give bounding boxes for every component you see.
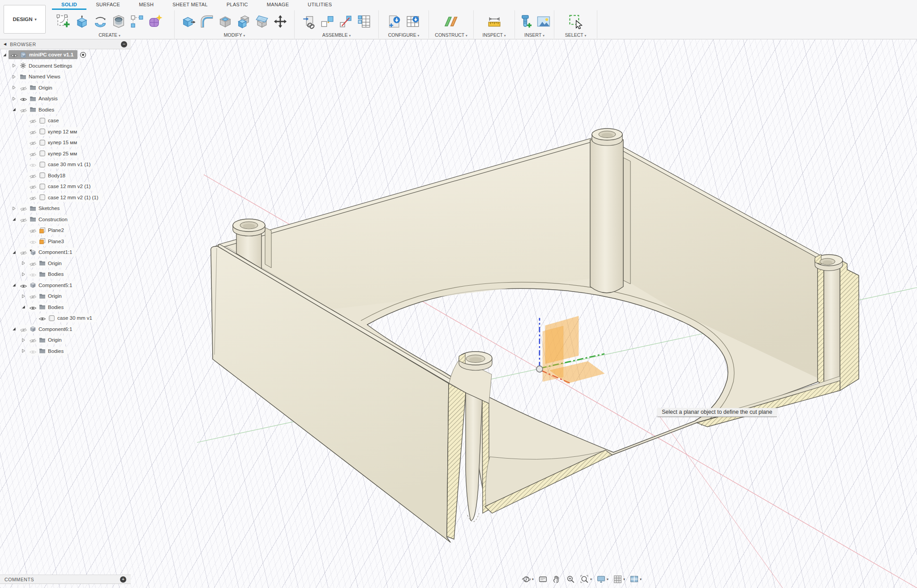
new-component-icon[interactable] xyxy=(300,13,317,30)
visibility-eye-icon-off[interactable] xyxy=(29,140,37,145)
configure-icon[interactable] xyxy=(386,13,403,30)
tab-utilities[interactable]: UTILITIES xyxy=(298,0,341,10)
insert-fastener-icon[interactable] xyxy=(517,13,534,30)
browser-item[interactable]: case 12 mm v2 (1) (1) xyxy=(27,193,102,202)
tree-collapsed-arrow-icon[interactable] xyxy=(12,64,18,68)
visibility-eye-icon-off[interactable] xyxy=(20,206,27,211)
revolve-icon[interactable] xyxy=(92,13,109,30)
browser-item[interactable]: Bodies xyxy=(27,347,68,356)
browser-item[interactable]: case 30 mm v1 xyxy=(37,313,96,322)
browser-row-sketches[interactable]: Sketches xyxy=(0,203,131,214)
add-comment-icon[interactable]: + xyxy=(120,576,126,583)
tab-sheet-metal[interactable]: SHEET METAL xyxy=(163,0,217,10)
browser-row-bodies[interactable]: Bodies xyxy=(0,269,131,280)
as-built-joint-icon[interactable] xyxy=(337,13,354,30)
browser-item[interactable]: Component1:1 xyxy=(18,248,76,257)
tree-expanded-arrow-icon[interactable] xyxy=(12,327,18,331)
browser-row-кулер-12-мм[interactable]: кулер 12 мм xyxy=(0,126,131,137)
visibility-eye-icon-off[interactable] xyxy=(20,85,27,90)
grid-settings-icon[interactable]: ▾ xyxy=(612,574,626,584)
fillet-icon[interactable] xyxy=(198,13,215,30)
browser-item[interactable]: Origin xyxy=(27,259,66,268)
browser-item[interactable]: Construction xyxy=(18,215,72,224)
browser-row-bodies[interactable]: Bodies xyxy=(0,104,131,116)
fit-icon[interactable]: ▾ xyxy=(579,574,593,584)
tree-expanded-arrow-icon[interactable] xyxy=(21,305,27,309)
viewport-3d[interactable] xyxy=(0,39,917,588)
visibility-eye-icon-off[interactable] xyxy=(20,107,27,112)
tree-collapsed-arrow-icon[interactable] xyxy=(21,349,27,353)
visibility-eye-icon-off[interactable] xyxy=(29,129,37,134)
tree-collapsed-arrow-icon[interactable] xyxy=(21,261,27,266)
visibility-eye-icon-dim[interactable] xyxy=(29,271,37,277)
visibility-eye-icon-off[interactable] xyxy=(29,118,37,123)
browser-row-case-12-mm-v2-1-1-[interactable]: case 12 mm v2 (1) (1) xyxy=(0,192,131,203)
activate-component-radio[interactable] xyxy=(80,52,86,58)
browser-row-component6-1[interactable]: Component6:1 xyxy=(0,324,131,335)
browser-row-component5-1[interactable]: Component5:1 xyxy=(0,280,131,291)
pan-icon[interactable] xyxy=(551,574,562,584)
browser-item[interactable]: Component5:1 xyxy=(18,281,76,290)
browser-item[interactable]: case xyxy=(27,116,63,125)
collapse-panel-icon[interactable]: ◀ xyxy=(4,42,6,46)
browser-row-bodies[interactable]: Bodies xyxy=(0,346,131,357)
toolbar-group-label[interactable]: ASSEMBLE ▾ xyxy=(322,32,351,38)
browser-header[interactable]: ◀ BROWSER − xyxy=(0,39,131,49)
tree-collapsed-arrow-icon[interactable] xyxy=(21,338,27,342)
tree-collapsed-arrow-icon[interactable] xyxy=(21,272,27,276)
tree-expanded-arrow-icon[interactable] xyxy=(12,107,18,112)
browser-row-origin[interactable]: Origin xyxy=(0,82,131,94)
tab-solid[interactable]: SOLID xyxy=(52,0,86,10)
browser-row-origin[interactable]: Origin xyxy=(0,258,131,269)
browser-item[interactable]: Origin xyxy=(18,83,56,92)
design-menu-button[interactable]: DESIGN ▾ xyxy=(4,5,46,34)
toolbar-group-label[interactable]: INSPECT ▾ xyxy=(483,32,506,38)
visibility-eye-icon-on[interactable] xyxy=(10,52,18,57)
tree-expanded-arrow-icon[interactable] xyxy=(12,250,18,254)
visibility-eye-icon-on[interactable] xyxy=(20,283,27,288)
extrude-icon[interactable] xyxy=(73,13,90,30)
visibility-eye-icon-on[interactable] xyxy=(39,315,46,321)
browser-row-кулер-25-мм[interactable]: кулер 25 мм xyxy=(0,148,131,159)
measure-icon[interactable] xyxy=(486,13,503,30)
press-pull-icon[interactable] xyxy=(180,13,197,30)
hole-icon[interactable] xyxy=(110,13,127,30)
visibility-eye-icon-off[interactable] xyxy=(20,249,27,255)
split-body-icon[interactable] xyxy=(253,13,270,30)
visibility-eye-icon-off[interactable] xyxy=(29,195,37,200)
toolbar-group-label[interactable]: INSERT ▾ xyxy=(524,32,544,38)
browser-item[interactable]: Analysis xyxy=(18,94,62,103)
insert-canvas-icon[interactable] xyxy=(535,13,552,30)
browser-row-named-views[interactable]: Named Views xyxy=(0,71,131,82)
toolbar-group-label[interactable]: MODIFY ▾ xyxy=(224,32,245,38)
browser-row-document-settings[interactable]: Document Settings xyxy=(0,60,131,72)
tree-expanded-arrow-icon[interactable] xyxy=(3,52,9,57)
browser-item[interactable]: Body18 xyxy=(27,171,69,180)
browser-row-component1-1[interactable]: Component1:1 xyxy=(0,247,131,258)
tab-manage[interactable]: MANAGE xyxy=(257,0,298,10)
browser-row-case-12-mm-v2-1-[interactable]: case 12 mm v2 (1) xyxy=(0,181,131,192)
select-icon[interactable] xyxy=(567,13,584,30)
tree-collapsed-arrow-icon[interactable] xyxy=(12,74,18,79)
visibility-eye-icon-dim[interactable] xyxy=(29,162,37,167)
browser-item[interactable]: Bodies xyxy=(27,270,68,279)
tab-plastic[interactable]: PLASTIC xyxy=(217,0,257,10)
browser-row-construction[interactable]: Construction xyxy=(0,214,131,225)
visibility-eye-icon-off[interactable] xyxy=(29,184,37,189)
browser-item[interactable]: кулер 15 мм xyxy=(27,138,81,147)
create-form-icon[interactable] xyxy=(147,13,164,30)
tab-mesh[interactable]: MESH xyxy=(129,0,163,10)
browser-row-case-30-mm-v1[interactable]: case 30 mm v1 xyxy=(0,313,131,324)
browser-item[interactable]: Plane2 xyxy=(27,226,68,235)
visibility-eye-icon-off[interactable] xyxy=(20,217,27,222)
visibility-eye-icon-dim[interactable] xyxy=(29,239,37,244)
browser-item[interactable]: Origin xyxy=(27,335,66,344)
visibility-eye-icon-on[interactable] xyxy=(20,96,27,101)
browser-row-case-30-mm-v1-1-[interactable]: case 30 mm v1 (1) xyxy=(0,159,131,170)
comments-bar[interactable]: COMMENTS + xyxy=(0,575,131,584)
move-icon[interactable] xyxy=(272,13,289,30)
browser-item[interactable]: miniPC cover v1.1 xyxy=(9,50,77,59)
browser-row-origin[interactable]: Origin xyxy=(0,291,131,302)
visibility-eye-icon-off[interactable] xyxy=(29,261,37,266)
tree-collapsed-arrow-icon[interactable] xyxy=(12,86,18,90)
